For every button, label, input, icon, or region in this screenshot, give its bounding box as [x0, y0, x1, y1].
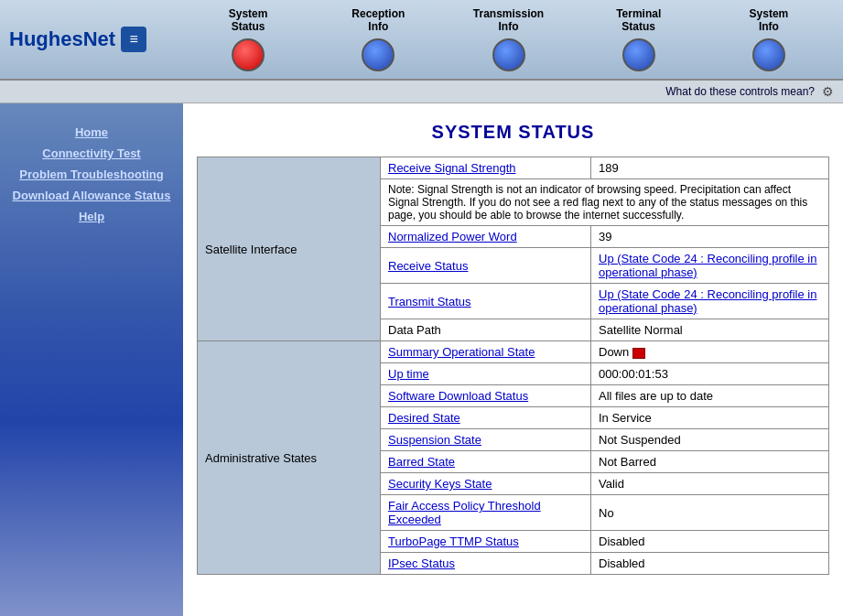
field-cell-normalized-power-word[interactable]: Normalized Power Word — [381, 226, 591, 248]
value-cell-summary-operational-state: Down — [591, 341, 829, 363]
field-cell-receive-status[interactable]: Receive Status — [381, 248, 591, 284]
value-cell-ipsec-status: Disabled — [591, 553, 829, 575]
nav-label-system-info: SystemInfo — [750, 7, 789, 33]
header: HughesNet ≡ SystemStatus ReceptionInfo T… — [0, 0, 843, 81]
value-cell-receive-status[interactable]: Up (State Code 24 : Reconciling profile … — [591, 248, 829, 284]
value-cell-security-keys-state: Valid — [591, 473, 829, 495]
field-cell-up-time[interactable]: Up time — [381, 363, 591, 385]
value-cell-transmit-status[interactable]: Up (State Code 24 : Reconciling profile … — [591, 284, 829, 319]
nav-item-reception-info[interactable]: ReceptionInfo — [313, 7, 443, 71]
field-cell-data-path: Data Path — [381, 319, 591, 341]
nav-circle-terminal-status[interactable] — [622, 38, 655, 71]
value-cell-up-time: 000:00:01:53 — [591, 363, 829, 385]
nav-label-reception-info: ReceptionInfo — [351, 7, 405, 33]
table-row-receive-signal-strength: Satellite InterfaceReceive Signal Streng… — [198, 157, 829, 179]
value-cell-barred-state: Not Barred — [591, 451, 829, 473]
logo-text: HughesNet — [9, 27, 115, 51]
value-cell-suspension-state: Not Suspended — [591, 429, 829, 451]
sidebar-link-connectivity-test[interactable]: Connectivity Test — [0, 143, 183, 164]
field-cell-desired-state[interactable]: Desired State — [381, 407, 591, 429]
value-link-receive-status[interactable]: Up (State Code 24 : Reconciling profile … — [599, 252, 816, 279]
table-row-summary-operational-state: Administrative StatesSummary Operational… — [198, 341, 829, 363]
nav-items: SystemStatus ReceptionInfo TransmissionI… — [183, 7, 834, 71]
page-title: SYSTEM STATUS — [197, 122, 829, 143]
field-link-ipsec-status[interactable]: IPsec Status — [388, 557, 455, 570]
field-link-normalized-power-word[interactable]: Normalized Power Word — [388, 230, 517, 243]
info-bar: What do these controls mean? ⚙ — [0, 81, 843, 103]
field-cell-barred-state[interactable]: Barred State — [381, 451, 591, 473]
nav-label-terminal-status: TerminalStatus — [616, 7, 661, 33]
nav-circle-transmission-info[interactable] — [492, 38, 525, 71]
field-link-security-keys-state[interactable]: Security Keys State — [388, 477, 492, 491]
value-cell-software-download-status: All files are up to date — [591, 385, 829, 407]
logo-area: HughesNet ≡ — [9, 27, 183, 52]
nav-circle-system-status[interactable] — [232, 38, 265, 71]
field-cell-receive-signal-strength[interactable]: Receive Signal Strength — [381, 157, 591, 179]
flag-icon-summary-operational-state — [632, 348, 645, 359]
value-cell-desired-state: In Service — [591, 407, 829, 429]
nav-circle-system-info[interactable] — [752, 38, 785, 71]
note-cell-signal-note: Note: Signal Strength is not an indicato… — [381, 179, 829, 226]
field-link-transmit-status[interactable]: Transmit Status — [388, 295, 471, 308]
controls-meaning-link[interactable]: What do these controls mean? — [665, 85, 815, 98]
nav-label-system-status: SystemStatus — [229, 7, 268, 33]
field-cell-transmit-status[interactable]: Transmit Status — [381, 284, 591, 319]
field-cell-software-download-status[interactable]: Software Download Status — [381, 385, 591, 407]
field-link-desired-state[interactable]: Desired State — [388, 411, 460, 425]
nav-item-system-info[interactable]: SystemInfo — [704, 7, 834, 71]
nav-circle-reception-info[interactable] — [362, 38, 394, 71]
value-cell-data-path: Satellite Normal — [591, 319, 829, 341]
sidebar-link-download-allowance-status[interactable]: Download Allowance Status — [0, 185, 183, 206]
value-cell-receive-signal-strength: 189 — [591, 157, 829, 179]
value-cell-fair-access-policy: No — [591, 495, 829, 531]
field-cell-suspension-state[interactable]: Suspension State — [381, 429, 591, 451]
sidebar: HomeConnectivity TestProblem Troubleshoo… — [0, 103, 183, 616]
value-link-transmit-status[interactable]: Up (State Code 24 : Reconciling profile … — [599, 287, 816, 315]
section-label-administrative-states: Administrative States — [198, 341, 381, 575]
logo-icon: ≡ — [121, 27, 146, 52]
field-cell-ipsec-status[interactable]: IPsec Status — [381, 553, 591, 575]
field-link-software-download-status[interactable]: Software Download Status — [388, 389, 528, 403]
field-cell-summary-operational-state[interactable]: Summary Operational State — [381, 341, 591, 363]
nav-item-terminal-status[interactable]: TerminalStatus — [574, 7, 704, 71]
sidebar-link-home[interactable]: Home — [0, 122, 183, 143]
field-cell-security-keys-state[interactable]: Security Keys State — [381, 473, 591, 495]
field-link-suspension-state[interactable]: Suspension State — [388, 433, 481, 447]
field-link-barred-state[interactable]: Barred State — [388, 455, 455, 469]
section-label-satellite-interface: Satellite Interface — [198, 157, 381, 341]
field-link-receive-signal-strength[interactable]: Receive Signal Strength — [388, 161, 515, 175]
field-link-receive-status[interactable]: Receive Status — [388, 259, 468, 273]
nav-item-transmission-info[interactable]: TransmissionInfo — [443, 7, 573, 71]
field-cell-turbopage-ttmp-status[interactable]: TurboPage TTMP Status — [381, 531, 591, 553]
status-table: Satellite InterfaceReceive Signal Streng… — [197, 157, 829, 575]
sidebar-link-help[interactable]: Help — [0, 206, 183, 227]
layout: HomeConnectivity TestProblem Troubleshoo… — [0, 103, 843, 616]
field-link-up-time[interactable]: Up time — [388, 367, 429, 381]
nav-label-transmission-info: TransmissionInfo — [473, 7, 544, 33]
field-link-fair-access-policy[interactable]: Fair Access Policy Threshold Exceeded — [388, 499, 541, 526]
field-link-turbopage-ttmp-status[interactable]: TurboPage TTMP Status — [388, 535, 519, 548]
main-content: SYSTEM STATUS Satellite InterfaceReceive… — [183, 103, 843, 616]
field-cell-fair-access-policy[interactable]: Fair Access Policy Threshold Exceeded — [381, 495, 591, 531]
value-cell-normalized-power-word: 39 — [591, 226, 829, 248]
nav-item-system-status[interactable]: SystemStatus — [183, 7, 313, 71]
field-link-summary-operational-state[interactable]: Summary Operational State — [388, 345, 535, 359]
value-cell-turbopage-ttmp-status: Disabled — [591, 531, 829, 553]
sidebar-link-problem-troubleshooting[interactable]: Problem Troubleshooting — [0, 164, 183, 185]
gear-icon[interactable]: ⚙ — [822, 84, 834, 99]
